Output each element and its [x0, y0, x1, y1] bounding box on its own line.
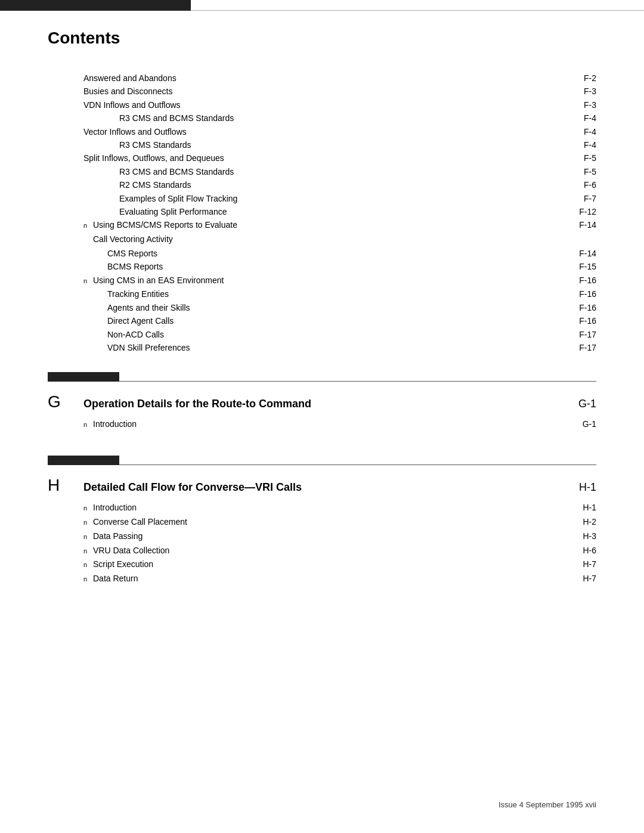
toc-page: F-6	[566, 178, 596, 191]
toc-section-f: Answered and Abandons F-2 Busies and Dis…	[48, 72, 596, 354]
toc-bullet-row-bcms: n Using BCMS/CMS Reports to EvaluateCall…	[83, 218, 596, 247]
divider-line-h	[119, 456, 596, 465]
toc-page: F-17	[566, 328, 596, 341]
section-h-entries: n Introduction H-1 n Converse Call Place…	[48, 501, 596, 586]
toc-page: H-2	[566, 515, 596, 529]
toc-text: BCMS Reports	[107, 260, 566, 273]
toc-text: Non-ACD Calls	[107, 328, 566, 341]
toc-page: F-5	[566, 151, 596, 165]
toc-page: F-2	[566, 72, 596, 85]
toc-text: VRU Data Collection	[93, 544, 566, 558]
toc-page: F-14	[566, 247, 596, 260]
toc-page: F-4	[566, 125, 596, 138]
bullet-icon: n	[83, 517, 89, 528]
toc-text: Examples of Split Flow Tracking	[119, 192, 566, 205]
toc-bullet-row-eas: n Using CMS in an EAS Environment F-16	[83, 274, 596, 288]
page-title: Contents	[48, 29, 596, 48]
toc-entry-examples-split: Examples of Split Flow Tracking F-7	[48, 192, 596, 205]
divider-black-h	[48, 456, 119, 465]
toc-page: F-4	[566, 112, 596, 125]
toc-entry-vdn: VDN Inflows and Outflows F-3	[48, 98, 596, 112]
bullet-icon: n	[83, 559, 89, 571]
bullet-icon: n	[83, 531, 89, 543]
bullet-icon: n	[83, 546, 89, 557]
top-bar	[0, 0, 644, 11]
toc-text: Split Inflows, Outflows, and Dequeues	[83, 151, 566, 165]
section-g-entries: n Introduction G-1	[48, 417, 596, 432]
section-title-page-g: G-1	[578, 398, 596, 410]
top-bar-line	[191, 0, 644, 11]
toc-page: F-16	[566, 314, 596, 327]
bullet-icon: n	[83, 220, 89, 231]
toc-text: Vector Inflows and Outflows	[83, 125, 566, 138]
toc-page: H-3	[566, 529, 596, 544]
bullet-icon: n	[83, 503, 89, 514]
section-letter-h: H	[48, 476, 66, 495]
section-g-divider	[48, 372, 596, 382]
toc-page: H-6	[566, 544, 596, 558]
toc-entry-evaluating-split: Evaluating Split Performance F-12	[48, 205, 596, 218]
toc-entry-h-data-return: n Data Return H-7	[83, 572, 596, 586]
toc-page: H-7	[566, 558, 596, 572]
divider-black-g	[48, 372, 119, 382]
toc-text: Data Return	[93, 572, 566, 586]
toc-sub-group-eas: Tracking Entities F-16 Agents and their …	[83, 287, 596, 354]
toc-text: Script Execution	[93, 558, 566, 572]
page: Contents Answered and Abandons F-2 Busie…	[0, 0, 644, 833]
bullet-icon: n	[83, 574, 89, 585]
section-letter-g: G	[48, 392, 66, 411]
toc-page: H-1	[566, 501, 596, 515]
section-h-header: H Detailed Call Flow for Converse—VRI Ca…	[48, 476, 596, 495]
toc-page: F-5	[566, 165, 596, 178]
bullet-icon: n	[83, 419, 89, 431]
bullet-icon: n	[83, 275, 89, 287]
toc-entry-r2-cms: R2 CMS Standards F-6	[48, 178, 596, 191]
toc-entry-h-vru: n VRU Data Collection H-6	[83, 544, 596, 558]
toc-page: F-15	[566, 260, 596, 273]
toc-text: Converse Call Placement	[93, 515, 566, 529]
toc-text: VDN Skill Preferences	[107, 341, 566, 354]
toc-text: R3 CMS and BCMS Standards	[119, 112, 566, 125]
toc-entry-tracking-entities: Tracking Entities F-16	[107, 287, 596, 301]
toc-text: R2 CMS Standards	[119, 178, 566, 191]
toc-entry-h-script: n Script Execution H-7	[83, 558, 596, 572]
toc-text: CMS Reports	[107, 247, 566, 260]
toc-entry-direct-agent-calls: Direct Agent Calls F-16	[107, 314, 596, 327]
section-g-header: G Operation Details for the Route-to Com…	[48, 392, 596, 411]
section-h-divider	[48, 456, 596, 465]
toc-text: Agents and their Skills	[107, 301, 566, 314]
toc-text: Introduction	[93, 417, 566, 432]
toc-page: H-7	[566, 572, 596, 586]
section-title-page-h: H-1	[579, 481, 596, 494]
toc-entry-h-data-passing: n Data Passing H-3	[83, 529, 596, 544]
toc-page: G-1	[566, 417, 596, 432]
footer: Issue 4 September 1995 xvii	[499, 800, 596, 809]
toc-text: Answered and Abandons	[83, 72, 566, 85]
toc-page: F-12	[566, 205, 596, 218]
page-content: Contents Answered and Abandons F-2 Busie…	[0, 29, 644, 586]
section-title-h: Detailed Call Flow for Converse—VRI Call…	[83, 481, 561, 494]
toc-page: F-16	[566, 301, 596, 314]
toc-bullet-group-eas: n Using CMS in an EAS Environment F-16 T…	[48, 274, 596, 355]
toc-page: F-14	[566, 218, 596, 233]
toc-entry-h-intro: n Introduction H-1	[83, 501, 596, 515]
toc-entry-agents-skills: Agents and their Skills F-16	[107, 301, 596, 314]
toc-text: Data Passing	[93, 529, 566, 544]
toc-entry-g-intro: n Introduction G-1	[83, 417, 596, 432]
toc-text: Using BCMS/CMS Reports to EvaluateCall V…	[93, 218, 566, 247]
toc-entry-r3-cms-bcms-2: R3 CMS and BCMS Standards F-5	[48, 165, 596, 178]
toc-page: F-7	[566, 192, 596, 205]
toc-text: Busies and Disconnects	[83, 85, 566, 98]
toc-text: R3 CMS Standards	[119, 138, 566, 151]
toc-entry-vdn-skill-prefs: VDN Skill Preferences F-17	[107, 341, 596, 354]
toc-text: R3 CMS and BCMS Standards	[119, 165, 566, 178]
toc-bullet-group-bcms: n Using BCMS/CMS Reports to EvaluateCall…	[48, 218, 596, 273]
toc-entry-vector: Vector Inflows and Outflows F-4	[48, 125, 596, 138]
divider-line-g	[119, 372, 596, 382]
toc-entry-cms-reports: CMS Reports F-14	[107, 247, 596, 260]
toc-text: Tracking Entities	[107, 287, 566, 301]
toc-entry-busies: Busies and Disconnects F-3	[48, 85, 596, 98]
toc-text: Evaluating Split Performance	[119, 205, 566, 218]
toc-page: F-4	[566, 138, 596, 151]
toc-page: F-16	[566, 287, 596, 301]
